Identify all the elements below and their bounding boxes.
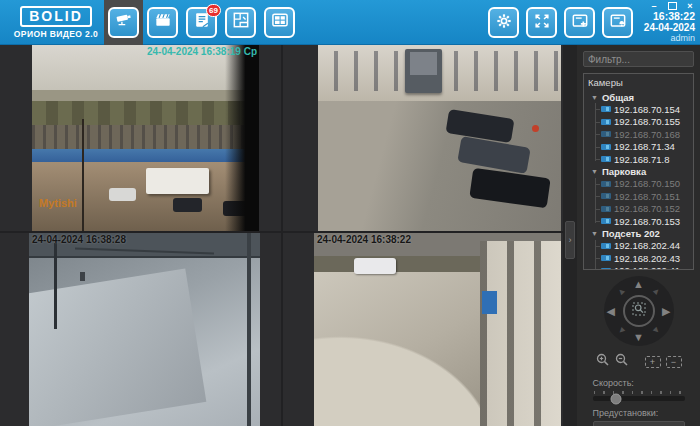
scene-sign <box>482 291 497 314</box>
events-journal-button[interactable]: 69 <box>186 7 217 38</box>
logo-text: BOLID <box>20 6 92 27</box>
tree-group-parkovka[interactable]: Парковка <box>584 166 693 178</box>
fullscreen-arrows-icon <box>532 11 552 35</box>
ptz-left-arrow[interactable]: ◀ <box>607 306 615 317</box>
settings-button[interactable] <box>488 7 519 38</box>
scene-pole <box>54 243 57 330</box>
camera-video-plaza: 24-04-2024 16:38:28 <box>29 233 260 426</box>
camera-ip: 192.168.70.154 <box>614 104 680 115</box>
focus-minus-button[interactable]: − <box>666 356 682 368</box>
layouts-button[interactable] <box>264 7 295 38</box>
zoom-out-button[interactable] <box>615 353 629 371</box>
tree-camera-item[interactable]: 192.168.70.153 <box>584 215 693 228</box>
toolbar-left-group: 69 <box>104 0 299 45</box>
add-monitor-button[interactable] <box>564 7 595 38</box>
camera-timestamp: 24-04-2024 16:38:19 Ср <box>147 46 257 57</box>
tree-camera-item[interactable]: 192.168.70.168 <box>584 128 693 141</box>
alarm-monitor-button[interactable] <box>602 7 633 38</box>
magnifier-plus-icon <box>596 353 610 371</box>
group-label: Общая <box>602 92 634 103</box>
ptz-down-arrow[interactable]: ▼ <box>633 332 644 343</box>
camera-icon <box>601 243 611 249</box>
ptz-up-right-arrow[interactable]: ▲ <box>650 285 663 298</box>
camera-ip: 192.168.70.155 <box>614 116 680 127</box>
chevron-expanded-icon <box>591 94 598 101</box>
tree-camera-item[interactable]: 192.168.202.41 <box>584 265 693 271</box>
speed-slider-thumb[interactable] <box>611 393 622 404</box>
camera-cell-1[interactable]: 24-04-2024 16:38:19 Ср Mytishi <box>0 45 281 231</box>
app-logo: BOLID ОРИОН ВИДЕО 2.0 <box>10 6 102 39</box>
camera-icon <box>601 193 611 199</box>
tree-group-obshchaya[interactable]: Общая <box>584 91 693 103</box>
top-toolbar: BOLID ОРИОН ВИДЕО 2.0 <box>0 0 700 45</box>
clapperboard-icon <box>153 10 173 34</box>
tree-camera-item[interactable]: 192.168.71.34 <box>584 141 693 154</box>
ptz-area-zoom-button[interactable] <box>623 295 655 327</box>
fullscreen-button[interactable] <box>526 7 557 38</box>
focus-plus-button[interactable]: + <box>645 356 661 368</box>
ptz-down-right-arrow[interactable]: ▲ <box>650 324 663 337</box>
tree-camera-item[interactable]: 192.168.202.44 <box>584 240 693 253</box>
scene-pole <box>82 119 84 231</box>
camera-icon <box>601 144 611 150</box>
toolbar-layouts-slot <box>260 0 299 45</box>
tree-camera-item[interactable]: 192.168.70.152 <box>584 203 693 216</box>
scene-pole <box>247 233 251 426</box>
tree-camera-item[interactable]: 192.168.70.155 <box>584 116 693 129</box>
floor-plans-button[interactable] <box>225 7 256 38</box>
tree-children: 192.168.70.150 192.168.70.151 192.168.70… <box>584 178 693 228</box>
tree-camera-item[interactable]: 192.168.202.43 <box>584 252 693 265</box>
toolbar-archive-slot <box>143 0 182 45</box>
camera-cell-4[interactable]: 24-04-2024 16:38:22 <box>283 233 563 426</box>
tree-children: 192.168.202.44 192.168.202.43 192.168.20… <box>584 240 693 271</box>
tree-camera-item[interactable]: 192.168.71.8 <box>584 153 693 166</box>
scene-car <box>354 258 396 273</box>
camera-ip: 192.168.70.150 <box>614 178 680 189</box>
tree-camera-item[interactable]: 192.168.70.154 <box>584 103 693 116</box>
floor-plan-icon <box>231 10 251 34</box>
app-subtitle: ОРИОН ВИДЕО 2.0 <box>10 29 102 39</box>
scene-truck-box <box>410 52 437 74</box>
ptz-up-left-arrow[interactable]: ▲ <box>615 285 628 298</box>
speed-ticks <box>594 391 684 394</box>
camera-icon <box>601 181 611 187</box>
camera-video-courtyard <box>318 45 561 231</box>
camera-icon <box>601 218 611 224</box>
camera-icon <box>601 156 611 162</box>
tree-group-podset-202[interactable]: Подсеть 202 <box>584 228 693 240</box>
app-window: BOLID ОРИОН ВИДЕО 2.0 <box>0 0 700 426</box>
ptz-pad: ▲ ▼ ◀ ▶ ▲ ▲ ▲ ▲ <box>604 276 674 346</box>
ptz-right-arrow[interactable]: ▶ <box>662 306 670 317</box>
camera-ip: 192.168.70.151 <box>614 191 680 202</box>
speed-control: Скорость: <box>593 378 685 401</box>
camera-cell-3[interactable]: 24-04-2024 16:38:28 <box>0 233 281 426</box>
sidebar-splitter: › <box>563 45 577 426</box>
scene-figure <box>80 272 85 281</box>
camera-icon <box>601 131 611 137</box>
zoom-in-button[interactable] <box>596 353 610 371</box>
ptz-panel: ▲ ▼ ◀ ▶ ▲ ▲ ▲ ▲ <box>583 276 694 426</box>
camera-icon <box>601 255 611 261</box>
camera-filter-input[interactable] <box>583 51 694 67</box>
ptz-down-left-arrow[interactable]: ▲ <box>615 324 628 337</box>
camera-ip: 192.168.70.168 <box>614 129 680 140</box>
camera-icon <box>601 106 611 112</box>
camera-icon <box>601 119 611 125</box>
area-zoom-icon <box>631 301 647 321</box>
toolbar-cameras-slot <box>104 0 143 45</box>
toolbar-events-slot: 69 <box>182 0 221 45</box>
tree-camera-item[interactable]: 192.168.70.150 <box>584 178 693 191</box>
right-sidebar: Камеры Общая 192.168.70.154 192.168.70.1… <box>577 45 700 426</box>
current-user: admin <box>644 33 695 44</box>
cameras-view-button[interactable] <box>108 7 139 38</box>
camera-timestamp: 24-04-2024 16:38:28 <box>32 234 126 245</box>
ptz-up-arrow[interactable]: ▲ <box>633 279 644 290</box>
speed-slider[interactable] <box>593 396 685 401</box>
presets-dropdown[interactable] <box>593 421 685 426</box>
camera-ip: 192.168.202.44 <box>614 240 680 251</box>
archive-button[interactable] <box>147 7 178 38</box>
main-area: 24-04-2024 16:38:19 Ср Mytishi <box>0 45 700 426</box>
tree-camera-item[interactable]: 192.168.70.151 <box>584 190 693 203</box>
sidebar-collapse-handle[interactable]: › <box>565 221 575 259</box>
camera-cell-2[interactable] <box>283 45 563 231</box>
